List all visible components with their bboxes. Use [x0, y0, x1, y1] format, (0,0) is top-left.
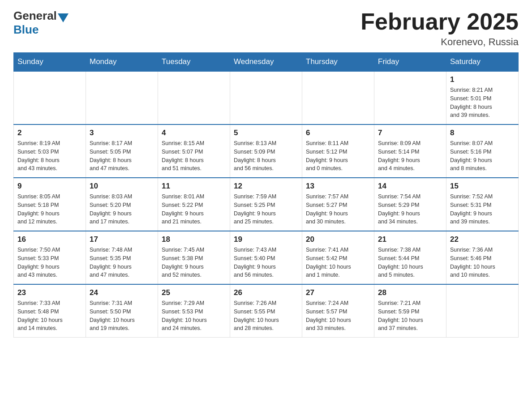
- day-number: 21: [378, 235, 442, 244]
- day-number: 17: [90, 235, 154, 244]
- calendar-week-row: 23Sunrise: 7:33 AMSunset: 5:48 PMDayligh…: [14, 284, 519, 338]
- day-number: 20: [306, 235, 370, 244]
- calendar-cell: [374, 71, 446, 124]
- calendar-cell: 27Sunrise: 7:24 AMSunset: 5:57 PMDayligh…: [302, 284, 374, 338]
- logo-arrow-icon: [58, 13, 69, 22]
- day-number: 16: [17, 235, 82, 244]
- weekday-header-monday: Monday: [86, 53, 158, 72]
- day-info: Sunrise: 7:41 AMSunset: 5:42 PMDaylight:…: [306, 246, 370, 279]
- day-number: 26: [234, 288, 298, 297]
- calendar-cell: 22Sunrise: 7:36 AMSunset: 5:46 PMDayligh…: [446, 231, 519, 284]
- day-number: 12: [234, 182, 298, 191]
- calendar-cell: 5Sunrise: 8:13 AMSunset: 5:09 PMDaylight…: [230, 124, 302, 178]
- day-number: 27: [306, 288, 370, 297]
- day-number: 10: [90, 182, 154, 191]
- day-info: Sunrise: 7:36 AMSunset: 5:46 PMDaylight:…: [450, 246, 515, 279]
- day-number: 11: [162, 182, 226, 191]
- day-number: 1: [450, 75, 515, 84]
- calendar-week-row: 1Sunrise: 8:21 AMSunset: 5:01 PMDaylight…: [14, 71, 519, 124]
- calendar-cell: 15Sunrise: 7:52 AMSunset: 5:31 PMDayligh…: [446, 178, 519, 231]
- calendar-cell: 17Sunrise: 7:48 AMSunset: 5:35 PMDayligh…: [86, 231, 158, 284]
- day-number: 8: [450, 128, 515, 137]
- day-info: Sunrise: 8:07 AMSunset: 5:16 PMDaylight:…: [450, 139, 515, 173]
- calendar-cell: 10Sunrise: 8:03 AMSunset: 5:20 PMDayligh…: [86, 178, 158, 231]
- calendar-cell: 24Sunrise: 7:31 AMSunset: 5:50 PMDayligh…: [86, 284, 158, 338]
- logo-blue-text: Blue: [13, 23, 39, 36]
- calendar-cell: 8Sunrise: 8:07 AMSunset: 5:16 PMDaylight…: [446, 124, 519, 178]
- day-info: Sunrise: 8:03 AMSunset: 5:20 PMDaylight:…: [90, 193, 154, 226]
- page-header: General Blue February 2025 Korenevo, Rus…: [13, 9, 519, 48]
- calendar-cell: [230, 71, 302, 124]
- location-label: Korenevo, Russia: [360, 36, 519, 48]
- calendar-cell: [446, 284, 519, 338]
- day-info: Sunrise: 8:17 AMSunset: 5:05 PMDaylight:…: [90, 139, 154, 173]
- day-number: 5: [234, 128, 298, 137]
- day-info: Sunrise: 7:21 AMSunset: 5:59 PMDaylight:…: [378, 299, 442, 333]
- day-number: 4: [162, 128, 226, 137]
- calendar-cell: 12Sunrise: 7:59 AMSunset: 5:25 PMDayligh…: [230, 178, 302, 231]
- calendar-cell: 26Sunrise: 7:26 AMSunset: 5:55 PMDayligh…: [230, 284, 302, 338]
- day-number: 15: [450, 182, 515, 191]
- calendar-table: SundayMondayTuesdayWednesdayThursdayFrid…: [13, 52, 519, 338]
- day-info: Sunrise: 8:15 AMSunset: 5:07 PMDaylight:…: [162, 139, 226, 173]
- calendar-cell: 19Sunrise: 7:43 AMSunset: 5:40 PMDayligh…: [230, 231, 302, 284]
- calendar-cell: 18Sunrise: 7:45 AMSunset: 5:38 PMDayligh…: [158, 231, 230, 284]
- calendar-cell: 9Sunrise: 8:05 AMSunset: 5:18 PMDaylight…: [14, 178, 86, 231]
- calendar-week-row: 9Sunrise: 8:05 AMSunset: 5:18 PMDaylight…: [14, 178, 519, 231]
- day-number: 13: [306, 182, 370, 191]
- weekday-header-wednesday: Wednesday: [230, 53, 302, 72]
- calendar-cell: 1Sunrise: 8:21 AMSunset: 5:01 PMDaylight…: [446, 71, 519, 124]
- day-number: 28: [378, 288, 442, 297]
- day-info: Sunrise: 7:59 AMSunset: 5:25 PMDaylight:…: [234, 193, 298, 226]
- day-info: Sunrise: 8:01 AMSunset: 5:22 PMDaylight:…: [162, 193, 226, 226]
- calendar-cell: 11Sunrise: 8:01 AMSunset: 5:22 PMDayligh…: [158, 178, 230, 231]
- calendar-header-row: SundayMondayTuesdayWednesdayThursdayFrid…: [14, 53, 519, 72]
- day-info: Sunrise: 7:29 AMSunset: 5:53 PMDaylight:…: [162, 299, 226, 333]
- calendar-cell: [302, 71, 374, 124]
- day-number: 18: [162, 235, 226, 244]
- calendar-cell: 21Sunrise: 7:38 AMSunset: 5:44 PMDayligh…: [374, 231, 446, 284]
- calendar-cell: [14, 71, 86, 124]
- logo-general-text: General: [13, 9, 57, 23]
- weekday-header-tuesday: Tuesday: [158, 53, 230, 72]
- day-info: Sunrise: 7:54 AMSunset: 5:29 PMDaylight:…: [378, 193, 442, 226]
- calendar-cell: 2Sunrise: 8:19 AMSunset: 5:03 PMDaylight…: [14, 124, 86, 178]
- weekday-header-saturday: Saturday: [446, 53, 519, 72]
- day-info: Sunrise: 7:43 AMSunset: 5:40 PMDaylight:…: [234, 246, 298, 279]
- calendar-cell: 13Sunrise: 7:57 AMSunset: 5:27 PMDayligh…: [302, 178, 374, 231]
- day-number: 23: [17, 288, 82, 297]
- day-number: 2: [17, 128, 82, 137]
- calendar-cell: 28Sunrise: 7:21 AMSunset: 5:59 PMDayligh…: [374, 284, 446, 338]
- day-info: Sunrise: 8:21 AMSunset: 5:01 PMDaylight:…: [450, 86, 515, 120]
- day-number: 14: [378, 182, 442, 191]
- day-info: Sunrise: 8:09 AMSunset: 5:14 PMDaylight:…: [378, 139, 442, 173]
- calendar-cell: [86, 71, 158, 124]
- calendar-cell: 3Sunrise: 8:17 AMSunset: 5:05 PMDaylight…: [86, 124, 158, 178]
- calendar-cell: 6Sunrise: 8:11 AMSunset: 5:12 PMDaylight…: [302, 124, 374, 178]
- day-info: Sunrise: 7:26 AMSunset: 5:55 PMDaylight:…: [234, 299, 298, 333]
- day-info: Sunrise: 7:48 AMSunset: 5:35 PMDaylight:…: [90, 246, 154, 279]
- day-info: Sunrise: 7:31 AMSunset: 5:50 PMDaylight:…: [90, 299, 154, 333]
- day-info: Sunrise: 7:52 AMSunset: 5:31 PMDaylight:…: [450, 193, 515, 226]
- day-info: Sunrise: 8:19 AMSunset: 5:03 PMDaylight:…: [17, 139, 82, 173]
- calendar-week-row: 2Sunrise: 8:19 AMSunset: 5:03 PMDaylight…: [14, 124, 519, 178]
- calendar-cell: 16Sunrise: 7:50 AMSunset: 5:33 PMDayligh…: [14, 231, 86, 284]
- weekday-header-thursday: Thursday: [302, 53, 374, 72]
- calendar-cell: 7Sunrise: 8:09 AMSunset: 5:14 PMDaylight…: [374, 124, 446, 178]
- day-number: 22: [450, 235, 515, 244]
- calendar-cell: 14Sunrise: 7:54 AMSunset: 5:29 PMDayligh…: [374, 178, 446, 231]
- day-info: Sunrise: 8:05 AMSunset: 5:18 PMDaylight:…: [17, 193, 82, 226]
- day-info: Sunrise: 7:24 AMSunset: 5:57 PMDaylight:…: [306, 299, 370, 333]
- day-number: 6: [306, 128, 370, 137]
- calendar-cell: 23Sunrise: 7:33 AMSunset: 5:48 PMDayligh…: [14, 284, 86, 338]
- day-number: 7: [378, 128, 442, 137]
- day-number: 19: [234, 235, 298, 244]
- calendar-cell: 4Sunrise: 8:15 AMSunset: 5:07 PMDaylight…: [158, 124, 230, 178]
- day-number: 9: [17, 182, 82, 191]
- day-info: Sunrise: 7:50 AMSunset: 5:33 PMDaylight:…: [17, 246, 82, 279]
- day-number: 3: [90, 128, 154, 137]
- calendar-week-row: 16Sunrise: 7:50 AMSunset: 5:33 PMDayligh…: [14, 231, 519, 284]
- day-info: Sunrise: 7:57 AMSunset: 5:27 PMDaylight:…: [306, 193, 370, 226]
- day-number: 24: [90, 288, 154, 297]
- calendar-cell: [158, 71, 230, 124]
